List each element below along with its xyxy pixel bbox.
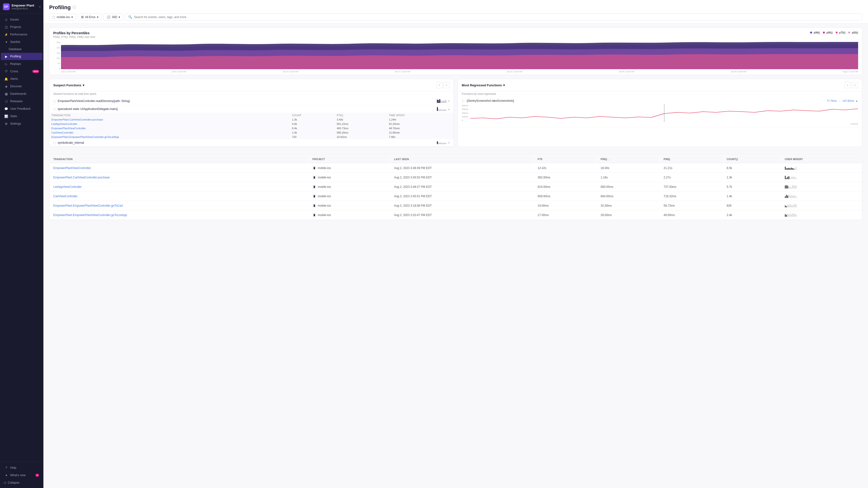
- expand-transaction-3[interactable]: CartViewController: [50, 130, 290, 135]
- prev-function-button[interactable]: ‹: [436, 82, 442, 88]
- project-name-4: mobile-ios: [318, 204, 331, 207]
- sidebar-item-label: Releases: [10, 99, 23, 103]
- sidebar-item-projects[interactable]: ◫ Projects: [1, 23, 42, 31]
- projects-icon: ◫: [4, 25, 8, 29]
- sidebar-item-user-feedback[interactable]: 💬 User Feedback: [1, 105, 42, 112]
- expand-transaction-0[interactable]: EmpowerPlant.CartViewController.purchase: [50, 117, 290, 122]
- collapse-button[interactable]: ◁ Collapse: [0, 479, 43, 486]
- th-time-spent: TIME SPENT: [387, 113, 454, 117]
- th-p99[interactable]: P99(): [660, 155, 723, 163]
- sidebar-item-label: Database: [9, 48, 22, 51]
- count-5: 2.4k: [723, 211, 781, 220]
- p99-3: 718.32ms: [660, 192, 723, 201]
- most-regressed-card: Most Regressed Functions ▾ ‹ › Functions…: [458, 79, 862, 147]
- expand-count-1: 5.6k: [290, 122, 335, 126]
- sidebar-item-issues[interactable]: ⚠ Issues: [1, 16, 42, 23]
- reg-y-labels: 400ms300ms200ms100ms0: [462, 104, 468, 122]
- regressed-func-icon: ⬚: [462, 99, 464, 102]
- chart-area: Jul 5 12:00 AM Jul 9 12:00 AM Jul 13 12:…: [61, 40, 858, 75]
- sidebar-item-performance[interactable]: ⚡ Performance: [1, 31, 42, 38]
- sidebar-item-discover[interactable]: ◈ Discover: [1, 83, 42, 90]
- project-name-5: mobile-ios: [318, 213, 331, 217]
- next-regressed-button[interactable]: ›: [852, 82, 858, 88]
- content-area: Profiles by Percentiles P50(), P75(), P9…: [43, 24, 868, 488]
- transaction-name-5[interactable]: EmpowerPlant.EmpowerPlantViewController.…: [50, 211, 309, 220]
- starfish-icon: ✦: [4, 40, 8, 44]
- page-title: Profiling: [49, 4, 71, 10]
- transaction-name-3[interactable]: CartViewController: [50, 192, 309, 201]
- sidebar-item-replays[interactable]: ▷ Replays: [1, 60, 42, 67]
- search-input[interactable]: [134, 16, 859, 19]
- crons-badge: beta: [32, 70, 39, 73]
- sidebar-item-database[interactable]: Database: [1, 46, 42, 53]
- th-p95[interactable]: P95() ↓: [597, 155, 660, 163]
- sidebar: EP Empower Plant txiao@sentry.io ▾ ⚠ Iss…: [0, 0, 43, 488]
- most-regressed-nav: ‹ ›: [845, 82, 858, 88]
- func-bars-2: [437, 107, 446, 111]
- th-p75[interactable]: P75: [534, 155, 597, 163]
- sidebar-item-stats[interactable]: 📊 Stats: [1, 113, 42, 120]
- help-icon: ?: [4, 466, 8, 470]
- transaction-name-4[interactable]: EmpowerPlant.EmpowerPlantViewController.…: [50, 201, 309, 210]
- reg-from-value: 77.75ms: [827, 99, 837, 102]
- expand-transaction-2[interactable]: EmpowerPlantViewController: [50, 126, 290, 130]
- profiles-chart-card: Profiles by Percentiles P50(), P75(), P9…: [49, 28, 862, 75]
- nav-items: ⚠ Issues ◫ Projects ⚡ Performance ✦ Star…: [0, 14, 43, 462]
- regressed-function-item: ⬚ -[SentryScreenshot takeScreenshots] 77…: [458, 97, 862, 127]
- th-last-seen[interactable]: LAST SEEN: [391, 155, 534, 163]
- sidebar-item-starfish[interactable]: ✦ Starfish: [1, 38, 42, 45]
- sidebar-item-settings[interactable]: ⚙ Settings: [1, 120, 42, 127]
- suspect-function-row-1[interactable]: ⬚ EmpowerPlantViewController.readDirecto…: [50, 97, 454, 105]
- suspect-function-row-2[interactable]: ⬚ specialized static UIApplicationDelega…: [50, 105, 454, 113]
- user-misery-1: [781, 173, 862, 182]
- th-user-misery[interactable]: USER MISERY: [781, 155, 862, 163]
- sidebar-item-alerts[interactable]: 🔔 Alerts: [1, 75, 42, 83]
- sidebar-item-label: Projects: [10, 25, 21, 29]
- func-chevron-2: ▴: [448, 108, 450, 111]
- project-icon-1: 📱: [312, 176, 316, 179]
- env-filter-button[interactable]: ⊞ All Envs ▾: [78, 13, 101, 21]
- reg-x-label: Present: [470, 123, 858, 125]
- expand-transaction-4[interactable]: EmpowerPlant.EmpowerPlantViewController.…: [50, 135, 290, 139]
- env-filter-chevron: ▾: [97, 16, 98, 19]
- func-chevron-1: ▾: [448, 99, 450, 103]
- sidebar-item-whats-new[interactable]: ✦ What's new 2: [1, 471, 42, 479]
- th-project[interactable]: PROJECT: [309, 155, 390, 163]
- sidebar-item-crons[interactable]: ⏱ Crons beta: [1, 68, 42, 75]
- discover-icon: ◈: [4, 84, 8, 88]
- sidebar-item-help[interactable]: ? Help: [1, 464, 42, 471]
- page-help-icon[interactable]: ⓘ: [72, 5, 76, 10]
- sidebar-item-releases[interactable]: ⬡ Releases: [1, 98, 42, 105]
- sidebar-item-label: Issues: [10, 18, 19, 21]
- expand-count-3: 1.4k: [290, 130, 335, 135]
- transaction-name-2[interactable]: ListAppViewController: [50, 183, 309, 191]
- sidebar-item-profiling[interactable]: ▶ Profiling: [1, 53, 42, 60]
- transaction-name-1[interactable]: EmpowerPlant.CartViewController.purchase: [50, 173, 309, 182]
- p95-3: 664.00ms: [597, 192, 660, 201]
- project-name-0: mobile-ios: [318, 166, 331, 170]
- transaction-name-0[interactable]: EmpowerPlantViewController: [50, 164, 309, 173]
- collapse-icon: ◁: [3, 481, 6, 484]
- suspect-functions-chevron: ▾: [83, 84, 84, 87]
- p95-1: 1.16s: [597, 173, 660, 182]
- suspect-function-row-3[interactable]: ⬚ symbolicate_internal ▾: [50, 139, 454, 147]
- th-count[interactable]: COUNT(): [723, 155, 781, 163]
- prev-regressed-button[interactable]: ‹: [845, 82, 851, 88]
- expand-transaction-1[interactable]: ListAppViewController: [50, 122, 290, 126]
- sidebar-footer: ? Help ✦ What's new 2 ◁ Collapse: [0, 462, 43, 488]
- expand-time-1: 52.20min: [387, 122, 454, 126]
- most-regressed-header: Most Regressed Functions ▾ ‹ ›: [458, 79, 862, 91]
- p95-0: 18.00s: [597, 164, 660, 173]
- project-filter-button[interactable]: ⬚ mobile-ios ▾: [49, 13, 76, 21]
- th-transaction[interactable]: TRANSACTION: [50, 155, 309, 163]
- replays-icon: ▷: [4, 62, 8, 66]
- legend-p50: p50(): [848, 31, 858, 34]
- p95-4: 32.00ms: [597, 201, 660, 210]
- time-filter-button[interactable]: ⬜ 30D ▾: [103, 13, 123, 21]
- user-misery-3: [781, 192, 862, 201]
- sidebar-item-dashboards[interactable]: ▦ Dashboards: [1, 90, 42, 97]
- search-bar[interactable]: 🔍: [125, 13, 862, 21]
- p99-4: 58.73ms: [660, 201, 723, 210]
- next-function-button[interactable]: ›: [443, 82, 450, 88]
- org-header[interactable]: EP Empower Plant txiao@sentry.io ▾: [0, 0, 43, 14]
